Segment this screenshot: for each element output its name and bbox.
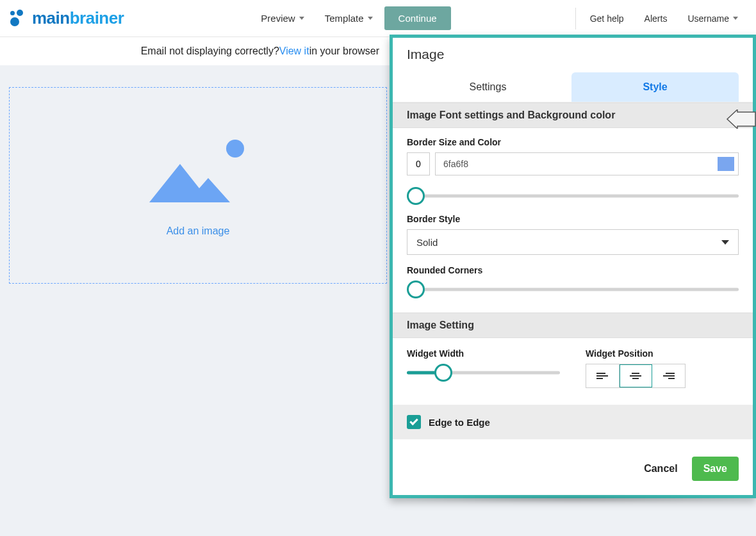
align-left-icon xyxy=(596,373,608,379)
nav-alerts[interactable]: Alerts xyxy=(634,8,678,29)
slider-thumb[interactable] xyxy=(434,364,452,382)
nav-template-label: Template xyxy=(325,13,364,24)
view-it-link[interactable]: View it xyxy=(279,45,309,57)
image-style-panel: Image Settings Style Image Font settings… xyxy=(390,35,756,498)
image-drop-zone[interactable]: Add an image xyxy=(9,87,387,284)
align-right-icon xyxy=(663,373,675,379)
rounded-corners-label: Rounded Corners xyxy=(407,265,739,275)
add-image-label: Add an image xyxy=(167,225,230,237)
logo: mainbrainer xyxy=(8,8,124,29)
image-placeholder-icon xyxy=(147,134,249,205)
nav-username-label: Username xyxy=(687,13,729,24)
align-center-icon xyxy=(630,373,641,379)
divider xyxy=(575,8,576,29)
panel-title: Image xyxy=(393,38,753,67)
section-font-bg-header: Image Font settings and Background color xyxy=(393,102,753,128)
align-center-button[interactable] xyxy=(620,364,653,387)
logo-text: mainbrainer xyxy=(32,8,124,28)
nav-username[interactable]: Username xyxy=(677,8,748,29)
image-setting-body: Widget Width Widget Position xyxy=(393,338,753,405)
notice-prefix: Email not displaying correctly? xyxy=(141,45,279,57)
slider-thumb[interactable] xyxy=(407,187,425,205)
section-image-setting-header: Image Setting xyxy=(393,313,753,338)
nav-help[interactable]: Get help xyxy=(580,8,634,29)
border-size-input[interactable] xyxy=(407,152,430,175)
tab-settings[interactable]: Settings xyxy=(404,72,571,102)
border-size-color-row: 6fa6f8 xyxy=(407,152,739,175)
check-icon xyxy=(409,417,418,425)
align-left-button[interactable] xyxy=(586,364,620,387)
nav-preview-label: Preview xyxy=(261,13,295,24)
caret-icon xyxy=(368,17,373,20)
panel-footer: Cancel Save xyxy=(393,443,753,495)
border-color-input[interactable]: 6fa6f8 xyxy=(435,152,739,175)
callout-arrow-icon xyxy=(726,110,756,129)
border-color-hex: 6fa6f8 xyxy=(443,159,468,169)
top-bar: mainbrainer Preview Template Continue Ge… xyxy=(0,0,756,37)
continue-button[interactable]: Continue xyxy=(384,6,451,30)
slider-thumb[interactable] xyxy=(407,280,425,298)
caret-icon xyxy=(733,17,738,20)
section-font-bg-body: Border Size and Color 6fa6f8 Border Styl… xyxy=(393,128,753,313)
border-size-color-label: Border Size and Color xyxy=(407,137,739,147)
border-style-label: Border Style xyxy=(407,214,739,224)
continue-label: Continue xyxy=(399,13,437,24)
caret-icon xyxy=(299,17,304,20)
chevron-down-icon xyxy=(721,240,729,245)
widget-width-label: Widget Width xyxy=(407,348,560,359)
border-style-select[interactable]: Solid xyxy=(407,229,739,255)
nav-template[interactable]: Template xyxy=(316,8,382,29)
nav-help-label: Get help xyxy=(590,13,624,24)
edge-to-edge-label: Edge to Edge xyxy=(429,417,490,428)
nav-right: Get help Alerts Username xyxy=(571,0,748,37)
color-swatch xyxy=(718,157,734,171)
rounded-corners-slider[interactable] xyxy=(407,280,739,298)
tab-style[interactable]: Style xyxy=(571,72,739,102)
cancel-button[interactable]: Cancel xyxy=(644,463,677,475)
notice-suffix: in your browser xyxy=(309,45,379,57)
align-right-button[interactable] xyxy=(652,364,685,387)
nav-preview[interactable]: Preview xyxy=(252,8,313,29)
edge-to-edge-checkbox[interactable] xyxy=(407,415,421,429)
border-style-value: Solid xyxy=(416,237,438,248)
widget-position-group xyxy=(586,364,686,388)
nav-alerts-label: Alerts xyxy=(645,13,668,24)
widget-width-slider[interactable] xyxy=(407,364,560,382)
border-size-slider[interactable] xyxy=(407,187,739,205)
nav-center: Preview Template Continue xyxy=(252,6,450,30)
save-button[interactable]: Save xyxy=(692,457,739,481)
logo-icon xyxy=(8,8,28,29)
panel-tabs: Settings Style xyxy=(393,67,753,102)
widget-position-label: Widget Position xyxy=(586,348,739,359)
edge-to-edge-row: Edge to Edge xyxy=(393,405,753,439)
